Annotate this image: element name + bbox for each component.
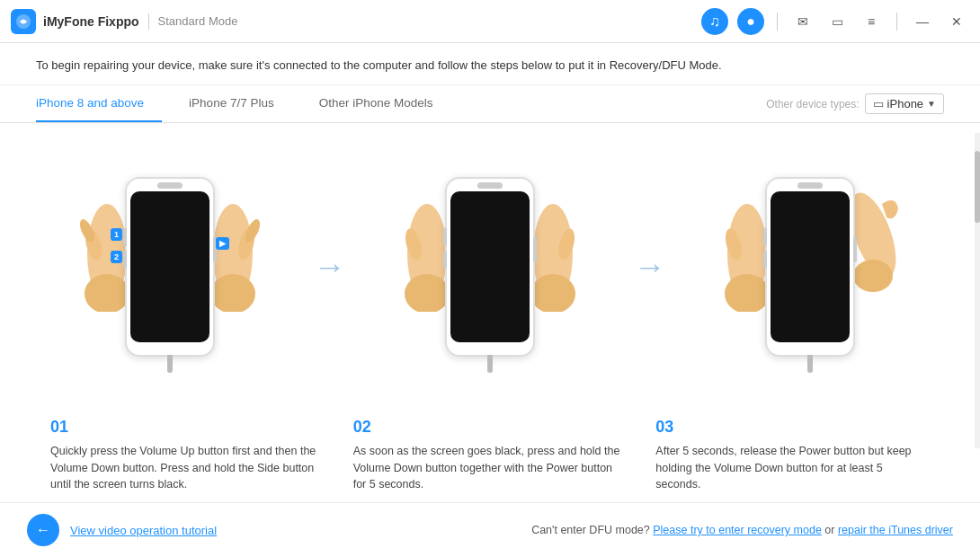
step-2-image [355, 159, 625, 375]
scrollbar-thumb[interactable] [975, 151, 980, 223]
phone-body-2 [445, 177, 535, 357]
vol-up-btn-2 [443, 228, 447, 246]
app-name: iMyFone Fixppo [43, 14, 139, 29]
phone-cable-1 [167, 355, 173, 373]
icon-separator2 [896, 13, 897, 31]
phone-body-1: 1 2 ▶ [125, 177, 215, 357]
step-1-text: Quickly press the Volume Up button first… [50, 445, 316, 491]
scrollbar-track[interactable] [975, 133, 980, 448]
step-3-desc: 03 After 5 seconds, release the Power bu… [641, 415, 944, 493]
phone-notch-1 [157, 182, 183, 189]
footer-right: Can't enter DFU mode? Please try to ente… [531, 524, 953, 536]
dropdown-arrow-icon: ▼ [927, 99, 936, 109]
dfu-text: Can't enter DFU mode? [531, 524, 650, 536]
svg-point-2 [85, 274, 129, 312]
music-icon-btn[interactable]: ♫ [701, 8, 728, 35]
titlebar: iMyFone Fixppo Standard Mode ♫ ● ✉ ▭ ≡ —… [0, 0, 980, 43]
vol-up-btn-3 [763, 228, 767, 246]
user-icon-btn[interactable]: ● [737, 8, 764, 35]
step-2-scene [400, 159, 580, 375]
step-3-num: 03 [655, 415, 930, 439]
svg-point-19 [853, 260, 893, 292]
phone-cable-3 [807, 355, 813, 373]
device-name: iPhone [887, 97, 923, 111]
tab-other[interactable]: Other iPhone Models [319, 85, 451, 122]
back-button[interactable]: ← [27, 514, 59, 546]
phone-notch-2 [477, 182, 503, 189]
phone-notch-3 [797, 182, 823, 189]
step-1-scene: 1 2 ▶ [80, 159, 260, 375]
tutorial-link[interactable]: View video operation tutorial [70, 524, 217, 537]
svg-point-13 [530, 274, 575, 312]
info-bar: To begin repairing your device, make sur… [0, 43, 980, 85]
vol-down-btn-3 [763, 251, 767, 269]
step-3-image [675, 159, 945, 375]
menu-icon-btn[interactable]: ≡ [859, 9, 884, 34]
chat-icon-btn[interactable]: ▭ [824, 9, 850, 34]
phone-screen-1 [130, 191, 209, 342]
minimize-button[interactable]: — [910, 9, 935, 34]
footer: ← View video operation tutorial Can't en… [0, 502, 980, 557]
message-icon-btn[interactable]: ✉ [790, 9, 815, 34]
step-1-desc: 01 Quickly press the Volume Up button fi… [36, 415, 339, 493]
step-2-num: 02 [353, 415, 628, 439]
device-phone-icon: ▭ [873, 97, 884, 111]
phone-screen-3 [771, 191, 850, 342]
power-btn-3 [853, 237, 857, 262]
step-arrow-1: → [314, 248, 346, 286]
or-text: or [824, 524, 838, 536]
step-2-text: As soon as the screen goes black, press … [353, 445, 620, 491]
step-arrow-2: → [634, 248, 666, 286]
power-btn-2 [533, 237, 537, 262]
step-1-image: 1 2 ▶ [35, 159, 305, 375]
step-3-text: After 5 seconds, release the Power butto… [655, 445, 911, 491]
phone-cable-2 [487, 355, 493, 373]
steps-descriptions: 01 Quickly press the Volume Up button fi… [18, 402, 962, 502]
tab-iphone77[interactable]: iPhone 7/7 Plus [189, 85, 292, 122]
vol-down-btn [123, 251, 127, 269]
steps-area: 1 2 ▶ → [0, 123, 980, 502]
svg-point-10 [405, 274, 450, 312]
recovery-link[interactable]: Please try to enter recovery mode [653, 524, 822, 536]
close-button[interactable]: ✕ [944, 9, 969, 34]
itunes-link[interactable]: repair the iTunes driver [838, 524, 953, 536]
vol-down-btn-2 [443, 251, 447, 269]
svg-point-6 [210, 274, 255, 312]
btn-indicator-1: 1 [111, 228, 122, 241]
info-text: To begin repairing your device, make sur… [36, 58, 722, 72]
step-2-desc: 02 As soon as the screen goes black, pre… [339, 415, 642, 493]
step-3-scene [720, 159, 900, 375]
device-dropdown[interactable]: ▭ iPhone ▼ [865, 93, 944, 114]
title-divider [148, 13, 149, 30]
tab-bar: iPhone 8 and above iPhone 7/7 Plus Other… [0, 85, 980, 123]
btn-indicator-right: ▶ [216, 237, 229, 250]
svg-point-16 [725, 274, 770, 312]
tab-iphone8[interactable]: iPhone 8 and above [36, 85, 162, 122]
other-device-selector: Other device types: ▭ iPhone ▼ [766, 93, 944, 114]
icon-separator [777, 13, 778, 31]
btn-indicator-2: 2 [111, 251, 122, 263]
main-content: To begin repairing your device, make sur… [0, 43, 980, 502]
app-logo [11, 9, 36, 34]
vol-up-btn [123, 228, 127, 246]
mode-label: Standard Mode [158, 14, 238, 28]
phone-screen-2 [450, 191, 530, 342]
other-device-label: Other device types: [766, 98, 859, 111]
steps-images: 1 2 ▶ → [18, 132, 962, 402]
step-1-num: 01 [50, 415, 325, 439]
phone-body-3 [765, 177, 855, 357]
titlebar-icons: ♫ ● ✉ ▭ ≡ — ✕ [701, 8, 969, 35]
